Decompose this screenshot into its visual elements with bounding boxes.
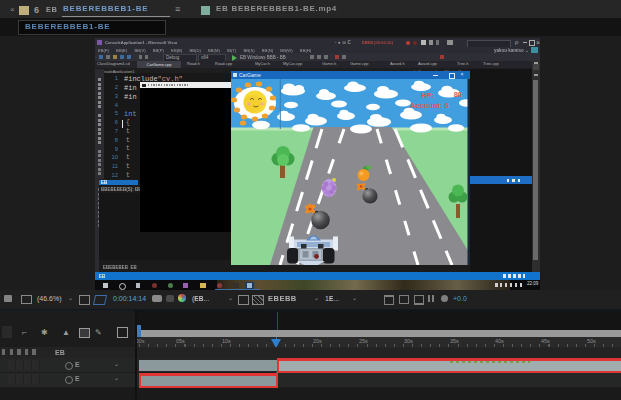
svg-text:80: 80: [454, 90, 462, 99]
svg-text:Account: 6: Account: 6: [410, 100, 449, 109]
svg-text:HP:: HP:: [421, 91, 434, 100]
